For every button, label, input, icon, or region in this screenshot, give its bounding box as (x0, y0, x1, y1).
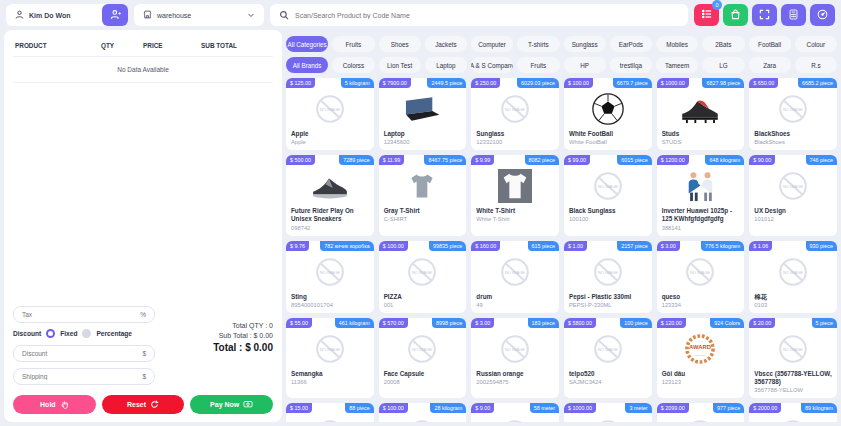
radio-fixed-label[interactable]: Fixed (60, 330, 77, 337)
no-image-placeholder: NO IMAGE (754, 416, 832, 422)
product-card[interactable]: $ 3.00 776.5 kilogram NO IMAGE queso 123… (657, 241, 745, 313)
radio-percentage-label[interactable]: Percentage (96, 330, 132, 337)
product-card[interactable]: $ 2099.00 977 piece NO IMAGE Headphone (… (657, 403, 745, 422)
category-chip-fruits[interactable]: Fruits (332, 36, 374, 52)
svg-text:NO IMAGE: NO IMAGE (320, 269, 340, 274)
brand-chip-tameem[interactable]: Tameem (656, 57, 698, 73)
radio-percentage[interactable] (82, 329, 91, 338)
product-code: White FootBall (569, 139, 647, 145)
product-card[interactable]: $ 99.00 6015 piece NO IMAGE Black Sungla… (564, 155, 652, 235)
hold-label: Hold (40, 401, 56, 408)
gauge-icon (817, 8, 828, 23)
product-card[interactable]: $ 120.00 924 Colors AWARD· · ·——— Gói dâ… (657, 318, 745, 398)
product-name: drum (476, 293, 554, 301)
product-card[interactable]: $ 2000.00 89 kilogram NO IMAGE Urea 7465… (749, 403, 837, 422)
product-card[interactable]: $ 500.00 7289 piece Future Rider Play On… (286, 155, 374, 235)
product-card[interactable]: $ 100.00 28 kilogram NO IMAGE chai 77554… (379, 403, 467, 422)
product-card[interactable]: $ 1000.00 3 meter NO IMAGE Digidokaan (d… (564, 403, 652, 422)
brand-chip-fruits[interactable]: Fruits (517, 57, 559, 73)
brand-chip-laptop[interactable]: Laptop (425, 57, 467, 73)
calculator-button[interactable] (781, 4, 806, 26)
category-chip-earpods[interactable]: EarPods (610, 36, 652, 52)
tax-input[interactable] (22, 311, 140, 318)
product-code: SAJMC3424 (569, 379, 647, 385)
pay-now-button[interactable]: Pay Now (190, 395, 273, 414)
brand-chip-a-s-company[interactable]: A & S Company (471, 57, 513, 73)
category-chip-sunglass[interactable]: Sunglass (564, 36, 606, 52)
brand-chip-all-brands[interactable]: All Brands (286, 57, 328, 73)
category-chip-all-categories[interactable]: All Categories (286, 36, 328, 52)
stock-badge: 8467.75 piece (424, 155, 466, 165)
product-card[interactable]: $ 570.00 8998 piece NO IMAGE Face Capsul… (379, 318, 467, 398)
product-card[interactable]: $ 7900.00 2449.5 piece Laptop 12345600 (379, 78, 467, 150)
radio-fixed[interactable] (46, 329, 55, 338)
stock-badge: 6029.03 piece (517, 78, 559, 88)
expand-icon (759, 8, 770, 23)
product-card[interactable]: $ 90.00 746 piece NO IMAGE UX Design 101… (749, 155, 837, 235)
order-list-button[interactable]: 0 (694, 4, 719, 26)
category-chip-shoes[interactable]: Shoes (379, 36, 421, 52)
product-card[interactable]: $ 9.00 58 meter NO IMAGE Crop Top 121212… (471, 403, 559, 422)
product-code: 12345600 (384, 139, 462, 145)
brand-chip-lg[interactable]: LG (702, 57, 744, 73)
brand-chip-r-s[interactable]: R.s (795, 57, 837, 73)
calculator-icon (788, 8, 799, 23)
user-selector[interactable]: Kim Do Won (6, 4, 128, 26)
brand-chip-zara[interactable]: Zara (749, 57, 791, 73)
category-chip-mobiles[interactable]: Mobiles (656, 36, 698, 52)
brand-chip-hp[interactable]: HP (564, 57, 606, 73)
price-badge: $ 100.00 (564, 78, 593, 88)
category-chip-football[interactable]: FootBall (749, 36, 791, 52)
reset-button[interactable]: Reset (102, 395, 185, 414)
category-chip-t-shirts[interactable]: T-shirts (517, 36, 559, 52)
bag-button[interactable] (723, 4, 748, 26)
no-image-placeholder: NO IMAGE (476, 416, 554, 422)
catalog: All Categories Fruits Shoes Jackets Comp… (286, 30, 837, 422)
stock-badge: 6827.98 piece (702, 78, 744, 88)
category-chip-computer[interactable]: Computer (471, 36, 513, 52)
brand-chip-trestllqa[interactable]: trestllqa (610, 57, 652, 73)
svg-text:NO IMAGE: NO IMAGE (598, 269, 618, 274)
warehouse-select[interactable]: warehouse (134, 4, 264, 26)
cart-empty-message: No Data Available (13, 57, 273, 83)
product-card[interactable]: $ 125.00 5 kilogram NO IMAGE Apple Apple (286, 78, 374, 150)
product-code: 100100 (569, 216, 647, 222)
product-card[interactable]: $ 100.00 99835 piece NO IMAGE PIZZA 001 (379, 241, 467, 313)
svg-text:NO IMAGE: NO IMAGE (783, 269, 803, 274)
shipping-input[interactable] (22, 373, 142, 380)
price-badge: $ 160.00 (471, 241, 500, 251)
fullscreen-button[interactable] (752, 4, 777, 26)
product-card[interactable]: $ 3.00 183 piece NO IMAGE Russian orange… (471, 318, 559, 398)
user-icon (15, 10, 24, 20)
product-card[interactable]: $ 15.00 88 piece NO IMAGE Cotton Buds 10… (286, 403, 374, 422)
product-card[interactable]: $ 1200.00 648 kilogram Inverter Huawei 1… (657, 155, 745, 235)
list-icon (701, 8, 713, 23)
category-chip-jackets[interactable]: Jackets (425, 36, 467, 52)
product-card[interactable]: $ 5800.00 100 piece NO IMAGE telpo520 SA… (564, 318, 652, 398)
category-chip-colour[interactable]: Colour (795, 36, 837, 52)
add-customer-button[interactable] (102, 4, 128, 26)
product-card[interactable]: $ 1.00 2157 piece NO IMAGE Pepsi - Plast… (564, 241, 652, 313)
product-card[interactable]: $ 9.99 8082 piece White T-Shirt White T-… (471, 155, 559, 235)
product-card[interactable]: $ 9.76 782 кичик коробка NO IMAGE Sting … (286, 241, 374, 313)
total-qty: Total QTY : 0 (213, 322, 273, 329)
category-chip-2bats[interactable]: 2Bats (702, 36, 744, 52)
product-card[interactable]: $ 160.00 615 piece NO IMAGE drum 49 (471, 241, 559, 313)
search-input[interactable] (295, 12, 679, 19)
totals-block: Total QTY : 0 Sub Total : $ 0.00 Total :… (213, 306, 273, 391)
product-card[interactable]: $ 100.00 6679.7 piece White FootBall Whi… (564, 78, 652, 150)
hold-button[interactable]: Hold (13, 395, 96, 414)
product-card[interactable]: $ 250.00 6029.03 piece NO IMAGE Sunglass… (471, 78, 559, 150)
product-card[interactable]: $ 11.99 8467.75 piece Gray T-Shirt C-SHI… (379, 155, 467, 235)
product-card[interactable]: $ 55.00 461 kilogram NO IMAGE Semangka 1… (286, 318, 374, 398)
award-image: AWARD· · ·——— (662, 331, 740, 367)
product-card[interactable]: $ 650.00 6685.2 piece NO IMAGE BlackShoe… (749, 78, 837, 150)
product-card[interactable]: $ 1000.00 6827.98 piece Studs STUDS (657, 78, 745, 150)
brand-chip-lion-test[interactable]: Lion Test (379, 57, 421, 73)
brand-chip-colorss[interactable]: Colorss (332, 57, 374, 73)
dashboard-button[interactable] (810, 4, 835, 26)
svg-text:NO IMAGE: NO IMAGE (412, 346, 432, 351)
discount-input[interactable] (22, 350, 142, 357)
product-card[interactable]: $ 1.06 930 piece NO IMAGE 棉花 0103 (749, 241, 837, 313)
product-card[interactable]: $ 20.00 5 piece NO IMAGE Vbscc (3567788-… (749, 318, 837, 398)
